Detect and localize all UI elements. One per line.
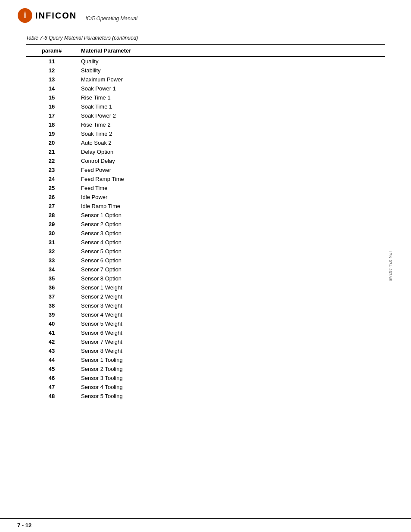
table-row: 15Rise Time 1 bbox=[26, 93, 385, 102]
table-row: 27Idle Ramp Time bbox=[26, 202, 385, 211]
material-parameter: Sensor 3 Tooling bbox=[78, 373, 385, 383]
param-number: 21 bbox=[26, 147, 78, 156]
param-number: 14 bbox=[26, 84, 78, 93]
param-number: 33 bbox=[26, 256, 78, 265]
material-parameter: Rise Time 2 bbox=[78, 120, 385, 129]
param-number: 25 bbox=[26, 184, 78, 193]
header-subtitle: IC/5 Operating Manual bbox=[85, 16, 137, 23]
table-row: 39Sensor 4 Weight bbox=[26, 310, 385, 319]
table-row: 35Sensor 8 Option bbox=[26, 274, 385, 283]
material-parameter: Stability bbox=[78, 66, 385, 75]
table-row: 37Sensor 2 Weight bbox=[26, 292, 385, 301]
table-row: 24Feed Ramp Time bbox=[26, 174, 385, 184]
material-parameter: Quality bbox=[78, 56, 385, 66]
material-parameter: Sensor 3 Option bbox=[78, 229, 385, 238]
table-row: 42Sensor 7 Weight bbox=[26, 337, 385, 346]
page-footer: 7 - 12 bbox=[0, 518, 411, 532]
table-row: 20Auto Soak 2 bbox=[26, 138, 385, 147]
param-number: 45 bbox=[26, 364, 78, 373]
material-parameter: Sensor 1 Option bbox=[78, 211, 385, 220]
material-parameter: Maximum Power bbox=[78, 75, 385, 84]
col-header-param: param# bbox=[26, 45, 78, 56]
table-row: 46Sensor 3 Tooling bbox=[26, 373, 385, 383]
param-number: 13 bbox=[26, 75, 78, 84]
param-number: 30 bbox=[26, 229, 78, 238]
param-number: 43 bbox=[26, 346, 78, 355]
table-row: 45Sensor 2 Tooling bbox=[26, 364, 385, 373]
page-number: 7 - 12 bbox=[17, 522, 31, 529]
param-number: 42 bbox=[26, 337, 78, 346]
table-row: 31Sensor 4 Option bbox=[26, 238, 385, 247]
material-parameter: Idle Power bbox=[78, 193, 385, 202]
material-parameter: Sensor 8 Weight bbox=[78, 346, 385, 355]
param-number: 46 bbox=[26, 373, 78, 383]
table-row: 41Sensor 6 Weight bbox=[26, 328, 385, 337]
param-number: 19 bbox=[26, 129, 78, 138]
table-row: 30Sensor 3 Option bbox=[26, 229, 385, 238]
param-number: 22 bbox=[26, 156, 78, 165]
table-row: 14Soak Power 1 bbox=[26, 84, 385, 93]
param-number: 38 bbox=[26, 301, 78, 310]
material-parameter: Sensor 5 Tooling bbox=[78, 392, 385, 401]
material-parameter: Soak Power 2 bbox=[78, 111, 385, 120]
material-parameter: Sensor 8 Option bbox=[78, 274, 385, 283]
material-parameter: Sensor 3 Weight bbox=[78, 301, 385, 310]
param-number: 29 bbox=[26, 220, 78, 229]
table-row: 29Sensor 2 Option bbox=[26, 220, 385, 229]
param-number: 18 bbox=[26, 120, 78, 129]
table-row: 21Delay Option bbox=[26, 147, 385, 156]
material-parameter: Feed Ramp Time bbox=[78, 174, 385, 184]
material-parameter: Sensor 1 Weight bbox=[78, 283, 385, 292]
logo-area: i INFICON bbox=[17, 8, 77, 23]
material-parameter: Soak Power 1 bbox=[78, 84, 385, 93]
material-parameter: Sensor 2 Weight bbox=[78, 292, 385, 301]
param-number: 26 bbox=[26, 193, 78, 202]
material-parameter: Feed Time bbox=[78, 184, 385, 193]
param-number: 23 bbox=[26, 165, 78, 174]
table-row: 47Sensor 4 Tooling bbox=[26, 383, 385, 392]
param-number: 17 bbox=[26, 111, 78, 120]
table-row: 28Sensor 1 Option bbox=[26, 211, 385, 220]
col-header-material: Material Parameter bbox=[78, 45, 385, 56]
param-number: 11 bbox=[26, 56, 78, 66]
table-row: 18Rise Time 2 bbox=[26, 120, 385, 129]
param-number: 48 bbox=[26, 392, 78, 401]
material-parameter: Soak Time 2 bbox=[78, 129, 385, 138]
logo-text: INFICON bbox=[35, 11, 77, 21]
material-parameter: Feed Power bbox=[78, 165, 385, 174]
table-row: 32Sensor 5 Option bbox=[26, 247, 385, 256]
param-number: 44 bbox=[26, 355, 78, 364]
table-row: 16Soak Time 1 bbox=[26, 102, 385, 111]
material-parameter: Sensor 5 Option bbox=[78, 247, 385, 256]
param-number: 40 bbox=[26, 319, 78, 328]
table-row: 23Feed Power bbox=[26, 165, 385, 174]
material-parameter: Control Delay bbox=[78, 156, 385, 165]
param-number: 34 bbox=[26, 265, 78, 274]
material-parameter: Sensor 7 Option bbox=[78, 265, 385, 274]
main-content: Table 7-6 Query Material Parameters (con… bbox=[0, 26, 411, 418]
material-parameter: Idle Ramp Time bbox=[78, 202, 385, 211]
table-header-row: param# Material Parameter bbox=[26, 45, 385, 56]
material-parameter: Sensor 4 Weight bbox=[78, 310, 385, 319]
table-row: 11Quality bbox=[26, 56, 385, 66]
param-number: 31 bbox=[26, 238, 78, 247]
table-row: 25Feed Time bbox=[26, 184, 385, 193]
table-row: 36Sensor 1 Weight bbox=[26, 283, 385, 292]
material-parameter: Delay Option bbox=[78, 147, 385, 156]
inficon-logo-icon: i bbox=[17, 8, 33, 23]
param-number: 47 bbox=[26, 383, 78, 392]
param-number: 36 bbox=[26, 283, 78, 292]
param-number: 37 bbox=[26, 292, 78, 301]
table-row: 38Sensor 3 Weight bbox=[26, 301, 385, 310]
table-title: Table 7-6 Query Material Parameters (con… bbox=[26, 35, 385, 41]
material-parameter: Sensor 6 Option bbox=[78, 256, 385, 265]
material-parameter: Sensor 2 Option bbox=[78, 220, 385, 229]
table-row: 48Sensor 5 Tooling bbox=[26, 392, 385, 401]
param-number: 24 bbox=[26, 174, 78, 184]
material-parameter: Soak Time 1 bbox=[78, 102, 385, 111]
table-row: 33Sensor 6 Option bbox=[26, 256, 385, 265]
svg-text:i: i bbox=[24, 10, 26, 20]
table-row: 13Maximum Power bbox=[26, 75, 385, 84]
material-parameter: Sensor 6 Weight bbox=[78, 328, 385, 337]
param-number: 28 bbox=[26, 211, 78, 220]
